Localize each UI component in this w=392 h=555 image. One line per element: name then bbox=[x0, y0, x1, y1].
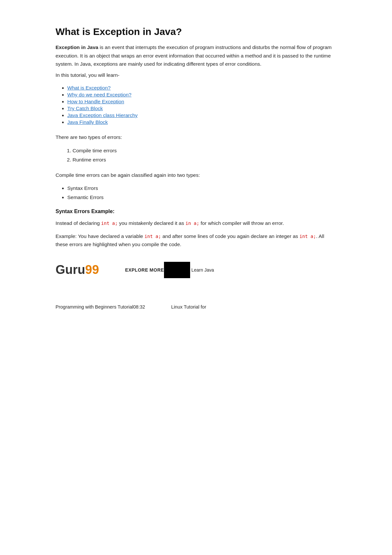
ad-image-placeholder bbox=[164, 262, 190, 278]
toc-item-4: Try Catch Block bbox=[67, 106, 336, 111]
error-type-1: Compile time errors bbox=[73, 146, 336, 155]
bottom-nav-item-2: Linux Tutorial for bbox=[171, 304, 206, 310]
toc-item-2: Why do we need Exception? bbox=[67, 92, 336, 98]
page-title: What is Exception in Java? bbox=[56, 26, 336, 37]
compile-time-types-list: Syntax Errors Semantic Errors bbox=[56, 184, 336, 202]
toc-link-2[interactable]: Why do we need Exception? bbox=[67, 92, 131, 97]
tutorial-intro: In this tutorial, you will learn- bbox=[56, 71, 336, 79]
toc-list: What is Exception? Why do we need Except… bbox=[56, 85, 336, 125]
guru-number: 99 bbox=[85, 263, 99, 277]
toc-link-3[interactable]: How to Handle Exception bbox=[67, 99, 124, 104]
toc-link-5[interactable]: Java Exception class Hierarchy bbox=[67, 112, 138, 118]
learn-java-label: Learn Java bbox=[191, 267, 214, 273]
guru-text: Guru bbox=[56, 263, 85, 277]
syntax-paragraph-2: Example: You have declared a variable in… bbox=[56, 232, 336, 249]
syntax-p1-after: for which compiler will throw an error. bbox=[199, 220, 284, 226]
syntax-p2-before: Example: You have declared a variable bbox=[56, 233, 144, 239]
toc-link-6[interactable]: Java Finally Block bbox=[67, 119, 108, 125]
ad-section: Guru99 EXPLORE MORELearn Java bbox=[56, 262, 336, 278]
syntax-paragraph-1: Instead of declaring int a; you mistaken… bbox=[56, 219, 336, 227]
toc-link-4[interactable]: Try Catch Block bbox=[67, 106, 103, 111]
bottom-nav: Programming with Beginners Tutorial08:32… bbox=[56, 298, 336, 310]
toc-item-3: How to Handle Exception bbox=[67, 99, 336, 105]
page-container: What is Exception in Java? Exception in … bbox=[49, 0, 343, 329]
syntax-p1-code2: in a; bbox=[186, 221, 199, 226]
syntax-p1-code1: int a; bbox=[101, 221, 118, 226]
syntax-p1-middle: you mistakenly declared it as bbox=[118, 220, 186, 226]
intro-paragraph: Exception in Java is an event that inter… bbox=[56, 43, 336, 68]
compile-type-2: Semantic Errors bbox=[67, 193, 336, 202]
bottom-nav-time-1: 08:32 bbox=[133, 304, 145, 310]
intro-bold: Exception in Java bbox=[56, 44, 98, 50]
toc-item-5: Java Exception class Hierarchy bbox=[67, 112, 336, 118]
bottom-nav-label-1: Programming with Beginners Tutorial bbox=[56, 304, 133, 310]
toc-link-1[interactable]: What is Exception? bbox=[67, 85, 111, 91]
error-type-2: Runtime errors bbox=[73, 155, 336, 164]
compile-type-1: Syntax Errors bbox=[67, 184, 336, 193]
compile-time-text: Compile time errors can be again classif… bbox=[56, 171, 336, 179]
explore-more-section: EXPLORE MORELearn Java bbox=[125, 262, 214, 278]
syntax-p2-middle: and after some lines of code you again d… bbox=[161, 233, 300, 239]
bottom-nav-label-2: Linux Tutorial for bbox=[171, 304, 206, 310]
syntax-errors-heading: Syntax Errors Example: bbox=[56, 209, 336, 214]
guru99-logo: Guru99 bbox=[56, 263, 99, 277]
explore-more-label: EXPLORE MORE bbox=[125, 267, 164, 273]
errors-intro: There are two types of errors: bbox=[56, 133, 336, 142]
error-types-list: Compile time errors Runtime errors bbox=[56, 146, 336, 164]
bottom-nav-item-1: Programming with Beginners Tutorial08:32 bbox=[56, 304, 145, 310]
toc-item-6: Java Finally Block bbox=[67, 119, 336, 125]
toc-item-1: What is Exception? bbox=[67, 85, 336, 91]
syntax-p2-code1: int a; bbox=[144, 234, 161, 239]
syntax-p2-code2: int a; bbox=[300, 234, 316, 239]
syntax-p1-before: Instead of declaring bbox=[56, 220, 101, 226]
